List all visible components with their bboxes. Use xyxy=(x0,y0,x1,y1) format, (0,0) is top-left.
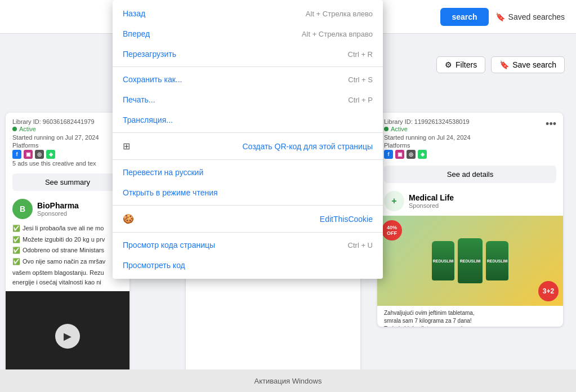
qr-icon: ⊞ xyxy=(123,141,130,152)
right-library-id: Library ID: 1199261324538019 xyxy=(384,118,556,125)
saved-searches-button[interactable]: 🔖 Saved searches xyxy=(495,12,565,21)
discount-badge: 40% OFF xyxy=(382,220,402,240)
windows-activation-text: Активация Windows xyxy=(254,377,322,385)
left-ad-card: Library ID: 960361682441979 Active Start… xyxy=(6,113,130,383)
back-shortcut: Alt + Стрелка влево xyxy=(306,10,373,18)
filters-button[interactable]: ⚙ Filters xyxy=(436,56,485,73)
divider-2 xyxy=(113,132,383,133)
biopharma-text: ✅Jesi li probao/la sve ali ne mo ✅Možete… xyxy=(6,224,130,291)
biopharma-info: BioPharma Sponsored xyxy=(37,201,79,217)
right-active-dot xyxy=(384,127,389,131)
bottle-1: REDUSLIM xyxy=(432,241,454,280)
save-label: Сохранить как... xyxy=(123,75,182,84)
medical-sponsored: Sponsored xyxy=(409,202,454,209)
left-ads-count: 5 ads use this creative and tex xyxy=(12,160,123,167)
context-menu-item-reader[interactable]: Открыть в режиме чтения xyxy=(113,182,383,203)
right-active-badge: Active xyxy=(384,126,408,132)
bottle-3: REDUSLIM xyxy=(486,241,508,280)
medical-name: Medical Life xyxy=(409,193,454,202)
inspect-label: Просмотреть код xyxy=(123,261,185,270)
reload-shortcut: Ctrl + R xyxy=(348,50,373,59)
bookmark-icon: 🔖 xyxy=(495,12,505,21)
bottle-2: REDUSLIM xyxy=(458,238,483,283)
right-instagram-icon: ▣ xyxy=(395,150,404,159)
context-menu-item-translate[interactable]: Перевести на русский xyxy=(113,162,383,182)
divider-5 xyxy=(113,232,383,233)
left-platforms: Platforms f ▣ ◎ ◈ xyxy=(12,142,123,159)
context-menu-item-view-source[interactable]: Просмотр кода страницы Ctrl + U xyxy=(113,235,383,255)
divider-4 xyxy=(113,205,383,206)
instagram-icon: ▣ xyxy=(24,150,33,159)
save-shortcut: Ctrl + S xyxy=(348,75,373,84)
bookmark-save-icon: 🔖 xyxy=(499,60,509,69)
active-dot xyxy=(12,127,17,131)
left-video-thumb[interactable]: ▶ xyxy=(6,291,130,381)
context-menu-item-cookie[interactable]: 🍪 EditThisCookie xyxy=(113,208,383,230)
medical-caption: Zahvaljujući ovim jeftinim tabletama, sm… xyxy=(377,306,563,327)
promo-badge: 3+2 xyxy=(538,281,559,301)
right-ad-card: ••• Library ID: 1199261324538019 Active … xyxy=(377,113,563,327)
filter-icon: ⚙ xyxy=(445,60,452,69)
medical-image: 40% OFF REDUSLIM REDUSLIM REDUSLIM 3+2 xyxy=(377,216,563,306)
reload-label: Перезагрузить xyxy=(123,50,176,59)
context-menu-item-back[interactable]: Назад Alt + Стрелка влево xyxy=(113,3,383,24)
search-button[interactable]: search xyxy=(440,8,488,26)
reader-label: Открыть в режиме чтения xyxy=(123,188,218,197)
see-summary-button[interactable]: See summary xyxy=(12,173,123,191)
more-options-button[interactable]: ••• xyxy=(546,118,556,130)
context-menu-item-print[interactable]: Печать... Ctrl + P xyxy=(113,90,383,110)
context-menu-item-reload[interactable]: Перезагрузить Ctrl + R xyxy=(113,44,383,64)
medical-info: Medical Life Sponsored xyxy=(409,193,454,209)
right-messenger-icon: ◎ xyxy=(407,150,416,159)
right-date-info: Started running on Jul 24, 2024 xyxy=(384,134,556,141)
print-label: Печать... xyxy=(123,95,155,104)
back-label: Назад xyxy=(123,9,145,18)
left-active-badge: Active xyxy=(12,126,36,132)
reduslim-bottles: REDUSLIM REDUSLIM REDUSLIM xyxy=(432,238,508,283)
right-platforms: Platforms f ▣ ◎ ◈ xyxy=(384,142,556,159)
biopharma-name: BioPharma xyxy=(37,201,79,210)
divider-1 xyxy=(113,66,383,67)
left-card-header: Library ID: 960361682441979 Active Start… xyxy=(6,113,130,170)
right-whatsapp-icon: ◈ xyxy=(418,150,427,159)
context-menu-item-qr[interactable]: ⊞ Создать QR-код для этой страницы xyxy=(113,135,383,157)
whatsapp-icon: ◈ xyxy=(46,150,55,159)
print-shortcut: Ctrl + P xyxy=(348,96,373,104)
messenger-icon: ◎ xyxy=(35,150,44,159)
context-menu: Назад Alt + Стрелка влево Вперед Alt + С… xyxy=(113,0,383,279)
cast-label: Трансляция... xyxy=(123,115,173,124)
context-menu-item-inspect[interactable]: Просмотреть код xyxy=(113,255,383,275)
view-source-shortcut: Ctrl + U xyxy=(348,241,373,250)
biopharma-header: B BioPharma Sponsored xyxy=(6,194,130,224)
right-card-header: Library ID: 1199261324538019 Active Star… xyxy=(377,113,563,162)
medical-avatar: + xyxy=(384,191,404,211)
left-date-info: Started running on Jul 27, 2024 xyxy=(12,134,123,141)
windows-watermark: Активация Windows xyxy=(0,369,576,392)
forward-shortcut: Alt + Стрелка вправо xyxy=(302,30,373,38)
forward-label: Вперед xyxy=(123,29,150,38)
right-platform-icons: f ▣ ◎ ◈ xyxy=(384,150,556,159)
facebook-icon: f xyxy=(12,150,21,159)
left-platform-icons: f ▣ ◎ ◈ xyxy=(12,150,123,159)
translate-label: Перевести на русский xyxy=(123,168,203,177)
biopharma-avatar: B xyxy=(12,199,33,219)
qr-label: Создать QR-код для этой страницы xyxy=(242,142,373,151)
save-search-button[interactable]: 🔖 Save search xyxy=(491,56,565,73)
filter-bar: ⚙ Filters 🔖 Save search xyxy=(436,56,565,73)
left-library-id: Library ID: 960361682441979 xyxy=(12,118,123,125)
context-menu-item-cast[interactable]: Трансляция... xyxy=(113,110,383,130)
medical-header: + Medical Life Sponsored xyxy=(377,186,563,216)
play-button-left[interactable]: ▶ xyxy=(55,324,80,349)
view-source-label: Просмотр кода страницы xyxy=(123,240,215,250)
divider-3 xyxy=(113,159,383,160)
cookie-icon: 🍪 xyxy=(123,213,134,224)
cookie-label: EditThisCookie xyxy=(320,215,373,224)
biopharma-sponsored: Sponsored xyxy=(37,210,79,217)
biopharma-extra-text: vašem opštem blagostanju. Rezu energije … xyxy=(12,268,123,287)
see-ad-details-button[interactable]: See ad details xyxy=(384,166,556,183)
context-menu-item-save[interactable]: Сохранить как... Ctrl + S xyxy=(113,69,383,90)
context-menu-item-forward[interactable]: Вперед Alt + Стрелка вправо xyxy=(113,24,383,44)
right-facebook-icon: f xyxy=(384,150,393,159)
